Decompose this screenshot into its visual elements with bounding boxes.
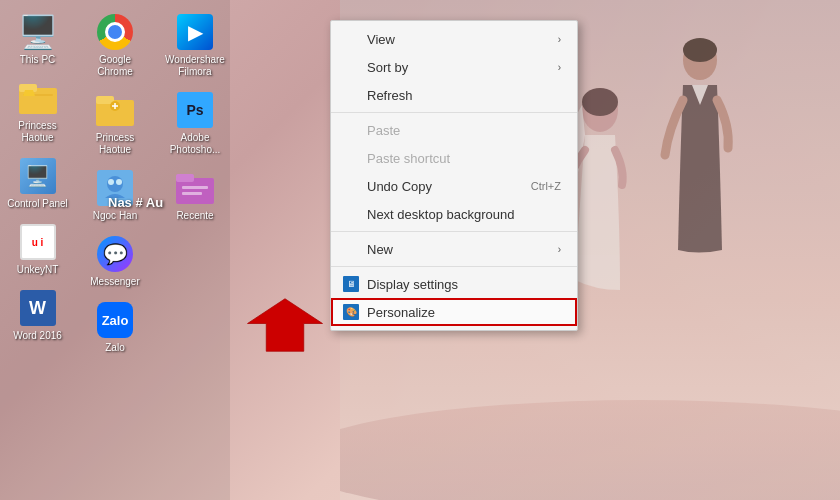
icon-zalo[interactable]: Zalo Zalo	[79, 296, 151, 358]
menu-item-paste[interactable]: Paste	[331, 116, 577, 144]
svg-point-15	[108, 179, 114, 185]
icon-this-pc-label: This PC	[20, 54, 56, 66]
menu-item-personalize-left: 🎨 Personalize	[343, 304, 435, 320]
personalize-icon: 🎨	[343, 304, 359, 320]
next-bg-icon	[343, 206, 359, 222]
svg-point-16	[116, 179, 122, 185]
undo-icon	[343, 178, 359, 194]
menu-item-paste-shortcut-left: Paste shortcut	[343, 150, 450, 166]
menu-item-next-bg-label: Next desktop background	[367, 207, 514, 222]
svg-point-5	[683, 38, 717, 62]
menu-item-undo-label: Undo Copy	[367, 179, 432, 194]
icon-adobe-ps[interactable]: Ps Adobe Photosho...	[159, 86, 231, 160]
menu-item-undo-copy[interactable]: Undo Copy Ctrl+Z	[331, 172, 577, 200]
icon-control-panel-label: Control Panel	[7, 198, 68, 210]
menu-item-paste-label: Paste	[367, 123, 400, 138]
icon-word[interactable]: W Word 2016	[2, 284, 74, 346]
icon-column-1: 🖥️ This PC Princess Haotue 🖥️ Control Pa…	[0, 0, 75, 346]
menu-item-view[interactable]: View ›	[331, 25, 577, 53]
control-panel-icon: 🖥️	[18, 156, 58, 196]
menu-item-sort-by[interactable]: Sort by ›	[331, 53, 577, 81]
icon-princess-haotue-1-label: Princess Haotue	[4, 120, 72, 144]
icon-column-3: ▶ Wondershare Filmora Ps Adobe Photosho.…	[155, 0, 235, 226]
new-icon	[343, 241, 359, 257]
icon-zalo-label: Zalo	[105, 342, 124, 354]
icon-control-panel[interactable]: 🖥️ Control Panel	[2, 152, 74, 214]
icon-recente[interactable]: Recente	[159, 164, 231, 226]
menu-item-view-left: View	[343, 31, 395, 47]
context-menu: View › Sort by › Refresh Paste Paste sho…	[330, 20, 578, 331]
menu-item-personalize-label: Personalize	[367, 305, 435, 320]
menu-item-display-left: 🖥 Display settings	[343, 276, 458, 292]
menu-item-display-settings[interactable]: 🖥 Display settings	[331, 270, 577, 298]
desktop-icons-area: 🖥️ This PC Princess Haotue 🖥️ Control Pa…	[0, 0, 230, 500]
menu-separator-1	[331, 112, 577, 113]
menu-item-refresh-left: Refresh	[343, 87, 413, 103]
paste-shortcut-icon	[343, 150, 359, 166]
icon-adobe-ps-label: Adobe Photosho...	[161, 132, 229, 156]
refresh-icon	[343, 87, 359, 103]
svg-rect-19	[182, 186, 208, 189]
menu-item-undo-left: Undo Copy	[343, 178, 432, 194]
menu-item-refresh-label: Refresh	[367, 88, 413, 103]
pc-icon: 🖥️	[18, 12, 58, 52]
recente-icon	[175, 168, 215, 208]
menu-item-paste-left: Paste	[343, 122, 400, 138]
svg-rect-18	[176, 174, 194, 182]
undo-shortcut: Ctrl+Z	[531, 180, 561, 192]
svg-marker-22	[248, 299, 323, 352]
messenger-icon: 💬	[95, 234, 135, 274]
icon-princess-haotue-2-label: Princess Haotue	[81, 132, 149, 156]
view-arrow: ›	[558, 34, 561, 45]
view-icon	[343, 31, 359, 47]
icon-this-pc[interactable]: 🖥️ This PC	[2, 8, 74, 70]
paste-icon	[343, 122, 359, 138]
nas-au-text: Nas # Au	[108, 195, 163, 212]
svg-point-1	[340, 400, 840, 500]
unikey-icon: u i	[18, 222, 58, 262]
menu-separator-3	[331, 266, 577, 267]
icon-wondershare[interactable]: ▶ Wondershare Filmora	[159, 8, 231, 82]
icon-unikey[interactable]: u i UnkeyNT	[2, 218, 74, 280]
menu-item-next-bg-left: Next desktop background	[343, 206, 514, 222]
menu-item-view-label: View	[367, 32, 395, 47]
icon-princess-haotue-1[interactable]: Princess Haotue	[2, 74, 74, 148]
menu-separator-2	[331, 231, 577, 232]
icon-google-chrome[interactable]: Google Chrome	[79, 8, 151, 82]
icon-google-chrome-label: Google Chrome	[81, 54, 149, 78]
icon-word-label: Word 2016	[13, 330, 62, 342]
svg-marker-9	[23, 90, 35, 96]
svg-point-3	[582, 88, 618, 116]
menu-item-display-label: Display settings	[367, 277, 458, 292]
folder-icon-1	[18, 78, 58, 118]
chrome-icon	[95, 12, 135, 52]
menu-item-personalize[interactable]: 🎨 Personalize	[331, 298, 577, 326]
icon-unikey-label: UnkeyNT	[17, 264, 59, 276]
icon-wondershare-label: Wondershare Filmora	[161, 54, 229, 78]
menu-item-new-label: New	[367, 242, 393, 257]
sort-arrow: ›	[558, 62, 561, 73]
new-arrow: ›	[558, 244, 561, 255]
menu-item-new-left: New	[343, 241, 393, 257]
folder-icon-2	[95, 90, 135, 130]
menu-item-paste-shortcut[interactable]: Paste shortcut	[331, 144, 577, 172]
icon-messenger[interactable]: 💬 Messenger	[79, 230, 151, 292]
menu-item-sort-label: Sort by	[367, 60, 408, 75]
icon-princess-haotue-2[interactable]: Princess Haotue	[79, 86, 151, 160]
menu-item-new[interactable]: New ›	[331, 235, 577, 263]
adobe-ps-icon: Ps	[175, 90, 215, 130]
icon-messenger-label: Messenger	[90, 276, 139, 288]
icon-recente-label: Recente	[176, 210, 213, 222]
sort-icon	[343, 59, 359, 75]
red-arrow-indicator	[240, 295, 330, 355]
menu-item-refresh[interactable]: Refresh	[331, 81, 577, 109]
menu-item-sort-left: Sort by	[343, 59, 408, 75]
svg-rect-20	[182, 192, 202, 195]
wondershare-icon: ▶	[175, 12, 215, 52]
menu-item-next-bg[interactable]: Next desktop background	[331, 200, 577, 228]
zalo-icon: Zalo	[95, 300, 135, 340]
menu-item-paste-shortcut-label: Paste shortcut	[367, 151, 450, 166]
word-icon: W	[18, 288, 58, 328]
icon-column-2: Google Chrome Princess Haotue	[75, 0, 155, 358]
display-settings-icon: 🖥	[343, 276, 359, 292]
